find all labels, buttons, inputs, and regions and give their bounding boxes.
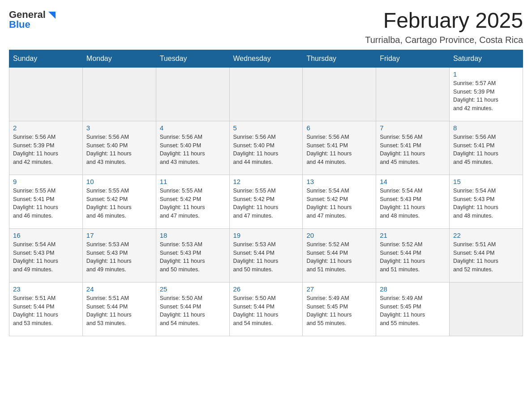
day-number: 22: [453, 231, 519, 239]
day-number: 13: [306, 178, 372, 185]
day-info: Sunrise: 5:50 AMSunset: 5:44 PMDaylight:…: [233, 294, 299, 328]
calendar-cell: 25Sunrise: 5:50 AMSunset: 5:44 PMDayligh…: [156, 282, 229, 336]
calendar-cell: 6Sunrise: 5:56 AMSunset: 5:41 PMDaylight…: [303, 121, 376, 175]
calendar-week-2: 2Sunrise: 5:56 AMSunset: 5:39 PMDaylight…: [9, 121, 523, 175]
day-header-thursday: Thursday: [303, 50, 376, 67]
day-header-saturday: Saturday: [450, 50, 523, 67]
day-number: 1: [453, 70, 519, 78]
day-number: 10: [86, 178, 152, 185]
calendar-cell: 16Sunrise: 5:54 AMSunset: 5:43 PMDayligh…: [9, 228, 83, 282]
calendar-cell: 22Sunrise: 5:51 AMSunset: 5:44 PMDayligh…: [450, 228, 523, 282]
calendar-cell: 21Sunrise: 5:52 AMSunset: 5:44 PMDayligh…: [376, 228, 450, 282]
calendar-cell: 10Sunrise: 5:55 AMSunset: 5:42 PMDayligh…: [82, 175, 156, 228]
day-info: Sunrise: 5:50 AMSunset: 5:44 PMDaylight:…: [160, 294, 226, 328]
day-number: 18: [160, 231, 226, 239]
calendar-header: SundayMondayTuesdayWednesdayThursdayFrid…: [9, 50, 523, 67]
calendar-week-4: 16Sunrise: 5:54 AMSunset: 5:43 PMDayligh…: [9, 228, 523, 282]
day-info: Sunrise: 5:53 AMSunset: 5:43 PMDaylight:…: [160, 240, 226, 274]
day-number: 3: [86, 124, 152, 132]
calendar-cell: 27Sunrise: 5:49 AMSunset: 5:45 PMDayligh…: [303, 282, 376, 336]
day-number: 12: [233, 178, 299, 185]
day-info: Sunrise: 5:51 AMSunset: 5:44 PMDaylight:…: [13, 294, 79, 328]
calendar-cell: 12Sunrise: 5:55 AMSunset: 5:42 PMDayligh…: [229, 175, 303, 228]
day-info: Sunrise: 5:51 AMSunset: 5:44 PMDaylight:…: [453, 240, 519, 274]
calendar-cell: 8Sunrise: 5:56 AMSunset: 5:41 PMDaylight…: [450, 121, 523, 175]
logo-triangle-icon: [47, 10, 56, 20]
location-text: Turrialba, Cartago Province, Costa Rica: [365, 35, 523, 45]
day-info: Sunrise: 5:56 AMSunset: 5:41 PMDaylight:…: [453, 133, 519, 167]
day-number: 27: [306, 285, 372, 293]
day-header-monday: Monday: [82, 50, 156, 67]
calendar-cell: 18Sunrise: 5:53 AMSunset: 5:43 PMDayligh…: [156, 228, 229, 282]
day-info: Sunrise: 5:56 AMSunset: 5:39 PMDaylight:…: [13, 133, 79, 167]
day-info: Sunrise: 5:51 AMSunset: 5:44 PMDaylight:…: [86, 294, 152, 328]
day-info: Sunrise: 5:56 AMSunset: 5:40 PMDaylight:…: [86, 133, 152, 167]
calendar-cell: [376, 67, 450, 121]
day-number: 24: [86, 285, 152, 293]
calendar-cell: 4Sunrise: 5:56 AMSunset: 5:40 PMDaylight…: [156, 121, 229, 175]
day-info: Sunrise: 5:52 AMSunset: 5:44 PMDaylight:…: [306, 240, 372, 274]
day-info: Sunrise: 5:56 AMSunset: 5:41 PMDaylight:…: [380, 133, 446, 167]
day-number: 2: [13, 124, 79, 132]
day-number: 20: [306, 231, 372, 239]
calendar-week-3: 9Sunrise: 5:55 AMSunset: 5:41 PMDaylight…: [9, 175, 523, 228]
day-info: Sunrise: 5:57 AMSunset: 5:39 PMDaylight:…: [453, 79, 519, 113]
calendar-cell: 11Sunrise: 5:55 AMSunset: 5:42 PMDayligh…: [156, 175, 229, 228]
title-section: February 2025 Turrialba, Cartago Provinc…: [365, 9, 523, 45]
calendar-cell: 24Sunrise: 5:51 AMSunset: 5:44 PMDayligh…: [82, 282, 156, 336]
day-info: Sunrise: 5:49 AMSunset: 5:45 PMDaylight:…: [380, 294, 446, 328]
day-info: Sunrise: 5:55 AMSunset: 5:42 PMDaylight:…: [160, 187, 226, 220]
day-info: Sunrise: 5:54 AMSunset: 5:43 PMDaylight:…: [453, 187, 519, 220]
calendar-cell: 3Sunrise: 5:56 AMSunset: 5:40 PMDaylight…: [82, 121, 156, 175]
day-number: 26: [233, 285, 299, 293]
logo-blue-text: Blue: [9, 19, 30, 30]
day-number: 7: [380, 124, 446, 132]
calendar-cell: 2Sunrise: 5:56 AMSunset: 5:39 PMDaylight…: [9, 121, 83, 175]
day-number: 6: [306, 124, 372, 132]
calendar-cell: 15Sunrise: 5:54 AMSunset: 5:43 PMDayligh…: [450, 175, 523, 228]
day-info: Sunrise: 5:56 AMSunset: 5:40 PMDaylight:…: [160, 133, 226, 167]
day-info: Sunrise: 5:55 AMSunset: 5:41 PMDaylight:…: [13, 187, 79, 220]
month-title: February 2025: [365, 9, 523, 33]
day-info: Sunrise: 5:56 AMSunset: 5:40 PMDaylight:…: [233, 133, 299, 167]
day-info: Sunrise: 5:53 AMSunset: 5:44 PMDaylight:…: [233, 240, 299, 274]
calendar-cell: 14Sunrise: 5:54 AMSunset: 5:43 PMDayligh…: [376, 175, 450, 228]
day-number: 4: [160, 124, 226, 132]
day-info: Sunrise: 5:49 AMSunset: 5:45 PMDaylight:…: [306, 294, 372, 328]
logo: General Blue: [9, 9, 56, 30]
calendar-cell: [156, 67, 229, 121]
day-info: Sunrise: 5:52 AMSunset: 5:44 PMDaylight:…: [380, 240, 446, 274]
calendar-cell: 26Sunrise: 5:50 AMSunset: 5:44 PMDayligh…: [229, 282, 303, 336]
calendar-cell: [450, 282, 523, 336]
day-number: 15: [453, 178, 519, 185]
day-number: 28: [380, 285, 446, 293]
calendar-week-1: 1Sunrise: 5:57 AMSunset: 5:39 PMDaylight…: [9, 67, 523, 121]
calendar-body: 1Sunrise: 5:57 AMSunset: 5:39 PMDaylight…: [9, 67, 523, 336]
day-info: Sunrise: 5:54 AMSunset: 5:43 PMDaylight:…: [380, 187, 446, 220]
day-number: 11: [160, 178, 226, 185]
day-info: Sunrise: 5:54 AMSunset: 5:43 PMDaylight:…: [13, 240, 79, 274]
day-info: Sunrise: 5:54 AMSunset: 5:42 PMDaylight:…: [306, 187, 372, 220]
calendar-cell: 13Sunrise: 5:54 AMSunset: 5:42 PMDayligh…: [303, 175, 376, 228]
day-number: 19: [233, 231, 299, 239]
day-number: 25: [160, 285, 226, 293]
day-header-friday: Friday: [376, 50, 450, 67]
calendar-cell: 9Sunrise: 5:55 AMSunset: 5:41 PMDaylight…: [9, 175, 83, 228]
day-header-tuesday: Tuesday: [156, 50, 229, 67]
calendar-cell: 17Sunrise: 5:53 AMSunset: 5:43 PMDayligh…: [82, 228, 156, 282]
calendar-cell: 19Sunrise: 5:53 AMSunset: 5:44 PMDayligh…: [229, 228, 303, 282]
calendar-cell: 5Sunrise: 5:56 AMSunset: 5:40 PMDaylight…: [229, 121, 303, 175]
calendar-week-5: 23Sunrise: 5:51 AMSunset: 5:44 PMDayligh…: [9, 282, 523, 336]
calendar-cell: 1Sunrise: 5:57 AMSunset: 5:39 PMDaylight…: [450, 67, 523, 121]
header-row: SundayMondayTuesdayWednesdayThursdayFrid…: [9, 50, 523, 67]
day-number: 14: [380, 178, 446, 185]
svg-marker-0: [48, 12, 56, 19]
day-number: 5: [233, 124, 299, 132]
day-header-sunday: Sunday: [9, 50, 83, 67]
calendar-table: SundayMondayTuesdayWednesdayThursdayFrid…: [9, 50, 523, 336]
day-number: 17: [86, 231, 152, 239]
day-info: Sunrise: 5:56 AMSunset: 5:41 PMDaylight:…: [306, 133, 372, 167]
day-info: Sunrise: 5:53 AMSunset: 5:43 PMDaylight:…: [86, 240, 152, 274]
day-number: 9: [13, 178, 79, 185]
page-header: General Blue February 2025 Turrialba, Ca…: [9, 9, 523, 45]
